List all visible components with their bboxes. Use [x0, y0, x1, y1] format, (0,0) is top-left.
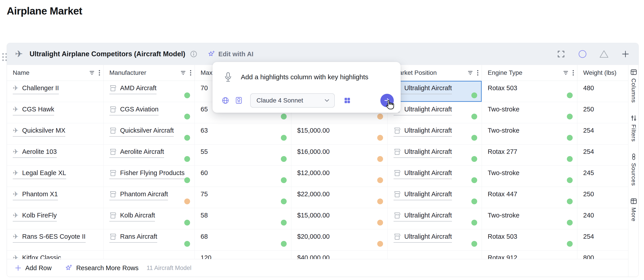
column-header-manufacturer[interactable]: Manufacturer [104, 65, 195, 81]
globe-icon[interactable] [222, 97, 229, 104]
cell-name[interactable]: ✈CGS Hawk [7, 102, 104, 123]
cell-name[interactable]: ✈Legal Eagle XL [7, 166, 104, 187]
cell-max[interactable]: 58 [195, 208, 291, 229]
column-header-name[interactable]: Name [7, 65, 104, 81]
cell-market-position[interactable]: Ultralight Aircraft [388, 102, 482, 123]
cell-manufacturer[interactable]: Quicksilver Aircraft [104, 123, 195, 144]
cell-engine-type[interactable]: Rotax 447 [482, 187, 577, 208]
cell-manufacturer[interactable]: Rans Aircraft [104, 229, 195, 250]
cell-max[interactable]: 55 [195, 144, 291, 165]
cell-col3[interactable]: $22,000.00 [291, 187, 388, 208]
cell-col3[interactable]: $15,000.00 [291, 123, 388, 144]
cell-manufacturer[interactable]: AMD Aircraft [104, 81, 195, 102]
cell-weight-lbs-[interactable]: 254 [577, 144, 628, 165]
cell-weight-lbs-[interactable]: 245 [577, 166, 628, 187]
cell-max[interactable]: 120 [195, 251, 291, 259]
cell-text: 250 [583, 190, 594, 198]
info-icon[interactable] [190, 50, 198, 58]
filter-icon[interactable] [181, 71, 186, 75]
rail-item-sources[interactable]: Sources [630, 153, 637, 186]
cell-market-position[interactable]: Ultralight Aircraft [388, 229, 482, 250]
cell-engine-type[interactable]: Rotax 503 [482, 229, 577, 250]
storefront-icon [109, 85, 116, 92]
cell-engine-type[interactable]: Rotax 912 [482, 251, 577, 259]
cell-text: Two-stroke [488, 127, 520, 134]
cell-col3[interactable]: $40,000.00 [291, 251, 388, 259]
green-confidence-dot [281, 114, 287, 120]
cell-col3[interactable]: $15,000.00 [291, 208, 388, 229]
filter-icon[interactable] [564, 71, 568, 75]
cell-max[interactable]: 68 [195, 229, 291, 250]
storefront-icon [394, 148, 401, 155]
cell-manufacturer[interactable]: CGS Aviation [104, 102, 195, 123]
microphone-icon[interactable] [224, 72, 232, 82]
drag-handle-icon[interactable] [2, 53, 7, 61]
ai-prompt-text[interactable]: Add a highlights column with key highlig… [241, 73, 384, 81]
cell-name[interactable]: ✈Rans S-6ES Coyote II [7, 229, 104, 250]
cell-col3[interactable]: $20,000.00 [291, 229, 388, 250]
cell-text: Phantom Aircraft [120, 190, 168, 198]
cell-name[interactable]: ✈Phantom X1 [7, 187, 104, 208]
kebab-menu-icon[interactable] [572, 70, 574, 76]
column-header-market-position[interactable]: Market Position [388, 65, 482, 81]
add-view-plus-icon[interactable] [620, 49, 630, 59]
cell-manufacturer[interactable]: Fisher Flying Products [104, 166, 195, 187]
cell-engine-type[interactable]: Rotax 277 [482, 144, 577, 165]
submit-prompt-button[interactable] [380, 94, 394, 107]
cell-market-position[interactable]: Ultralight Aircraft [388, 187, 482, 208]
cell-max[interactable]: 63 [195, 123, 291, 144]
cell-max[interactable]: 75 [195, 187, 291, 208]
cell-market-position[interactable]: Ultralight Aircraft [388, 208, 482, 229]
cell-weight-lbs-[interactable]: 800 [577, 251, 628, 259]
green-confidence-dot [184, 135, 190, 141]
add-row-button[interactable]: Add Row [14, 264, 52, 272]
cell-manufacturer[interactable]: Aerolite Aircraft [104, 144, 195, 165]
cell-name[interactable]: ✈Aerolite 103 [7, 144, 104, 165]
kebab-menu-icon[interactable] [190, 70, 192, 76]
cell-name[interactable]: ✈Challenger II [7, 81, 104, 102]
cell-weight-lbs-[interactable]: 254 [577, 229, 628, 250]
edit-with-ai-button[interactable]: Edit with AI [207, 50, 254, 58]
cell-name[interactable]: ✈Kolb FireFly [7, 208, 104, 229]
cell-name[interactable]: ✈Quicksilver MX [7, 123, 104, 144]
cell-weight-lbs-[interactable]: 254 [577, 123, 628, 144]
cell-weight-lbs-[interactable]: 250 [577, 187, 628, 208]
cell-engine-type[interactable]: Two-stroke [482, 123, 577, 144]
cell-weight-lbs-[interactable]: 480 [577, 81, 628, 102]
cell-market-position[interactable]: Ultralight Aircraft [388, 144, 482, 165]
kebab-menu-icon[interactable] [98, 70, 100, 76]
cell-col3[interactable]: $12,000.00 [291, 166, 388, 187]
filter-icon[interactable] [468, 71, 473, 75]
research-more-rows-button[interactable]: Research More Rows [64, 264, 139, 272]
cell-manufacturer[interactable]: Kolb Aircraft [104, 208, 195, 229]
triangle-shape-icon[interactable] [599, 49, 609, 59]
model-selector-dropdown[interactable]: Claude 4 Sonnet [250, 93, 335, 108]
cell-manufacturer[interactable] [104, 251, 195, 259]
cell-market-position[interactable] [388, 251, 482, 259]
cell-engine-type[interactable]: Rotax 503 [482, 81, 577, 102]
knowledge-book-icon[interactable] [235, 97, 242, 104]
cell-market-position[interactable]: Ultralight Aircraft [388, 81, 482, 102]
rail-item-more[interactable]: More [630, 198, 637, 222]
cell-max[interactable]: 60 [195, 166, 291, 187]
cell-name[interactable]: ✈Kitfox Classic [7, 251, 104, 259]
cell-engine-type[interactable]: Two-stroke [482, 102, 577, 123]
column-header-engine-type[interactable]: Engine Type [482, 65, 577, 81]
kebab-menu-icon[interactable] [477, 70, 478, 76]
rail-item-filters[interactable]: Filters [630, 115, 637, 142]
filter-icon[interactable] [90, 71, 94, 75]
cell-manufacturer[interactable]: Phantom Aircraft [104, 187, 195, 208]
cell-market-position[interactable]: Ultralight Aircraft [388, 166, 482, 187]
circle-shape-icon[interactable] [578, 49, 588, 59]
cell-col3[interactable]: $16,000.00 [291, 144, 388, 165]
cell-text: $22,000.00 [297, 190, 330, 198]
table-output-icon[interactable] [344, 97, 351, 104]
column-header-weight-lbs-[interactable]: Weight (lbs) [577, 65, 628, 81]
cell-engine-type[interactable]: Two-stroke [482, 166, 577, 187]
fullscreen-icon[interactable] [556, 49, 566, 59]
cell-market-position[interactable]: Ultralight Aircraft [388, 123, 482, 144]
cell-weight-lbs-[interactable]: 250 [577, 102, 628, 123]
cell-weight-lbs-[interactable]: 240 [577, 208, 628, 229]
rail-item-columns[interactable]: Columns [630, 69, 637, 103]
cell-engine-type[interactable]: Two-stroke [482, 208, 577, 229]
